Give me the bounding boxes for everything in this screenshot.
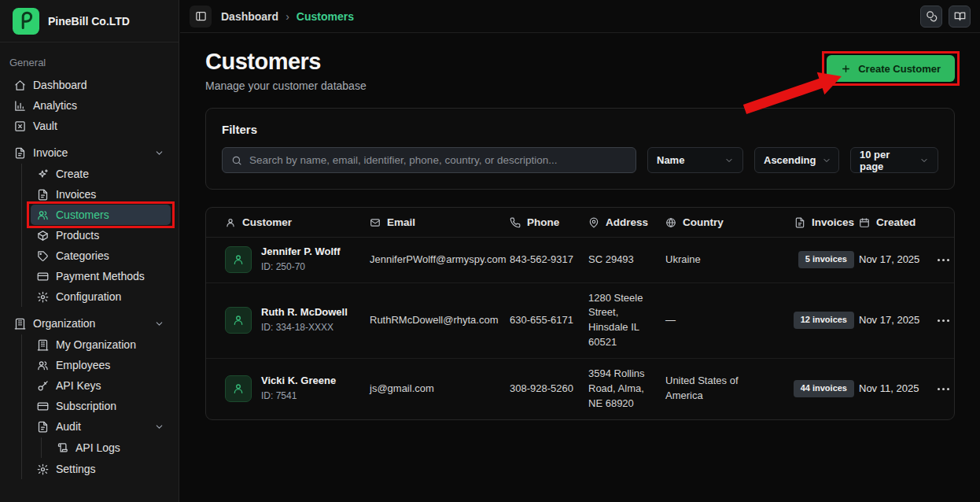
table-row[interactable]: Jennifer P. Wolff ID: 250-70 JenniferPWo… [206,238,954,283]
key-icon [37,380,49,392]
brand-name: PineBill Co.LTD [48,15,130,28]
avatar [225,375,252,402]
sidebar-group-label: Organization [33,317,95,330]
theme-button[interactable] [920,6,942,28]
invoices-cell: 5 invoices [785,251,857,268]
sidebar-item-api-logs[interactable]: API Logs [50,437,171,458]
filters-panel: Filters Name Ascending 10 per page [205,108,955,190]
file-icon [37,189,49,201]
brand[interactable]: PineBill Co.LTD [0,0,179,42]
row-actions-button[interactable] [936,315,951,327]
sidebar-group-audit[interactable]: Audit [31,416,171,437]
sidebar-item-subscription[interactable]: Subscription [31,396,171,416]
address-cell: 1280 Steele Street, Hinsdale IL 60521 [588,291,665,350]
chevron-down-icon [154,319,164,329]
sidebar-item-invoices[interactable]: Invoices [31,184,171,205]
row-actions-button[interactable] [936,254,951,266]
sidebar-item-label: Customers [56,209,109,221]
sidebar-item-label: Employees [56,359,110,371]
phone-icon [510,217,521,228]
sidebar-item-dashboard[interactable]: Dashboard [8,75,171,95]
invoices-cell: 12 invoices [785,312,857,329]
breadcrumb-separator: › [286,10,289,23]
building-icon [37,339,49,351]
column-label: Phone [527,216,559,228]
vault-icon [14,120,26,132]
docs-book-icon [954,10,966,22]
filters-title: Filters [222,123,938,136]
page-size-select[interactable]: 10 per page [850,147,938,173]
table-row[interactable]: Vicki K. Greene ID: 7541 js@gmail.com 30… [206,359,954,419]
column-label: Customer [242,216,292,228]
sidebar-item-employees[interactable]: Employees [31,355,171,375]
main-content: Customers Manage your customer database … [180,33,980,502]
file-icon [37,421,49,433]
invoices-badge: 12 invoices [794,312,854,329]
phone-cell: 630-655-6171 [510,313,588,328]
sidebar-item-settings[interactable]: Settings [31,459,171,479]
gear-icon [37,291,49,303]
address-cell: 3594 Rollins Road, Alma, NE 68920 [588,367,665,412]
page-header: Customers Manage your customer database … [205,49,955,92]
sidebar-group-invoice[interactable]: Invoice [8,142,171,163]
page-title: Customers [205,49,367,75]
sidebar-item-label: Payment Methods [56,270,145,282]
sidebar-item-my-organization[interactable]: My Organization [31,334,171,355]
file-icon [794,217,805,228]
sidebar-item-label: Analytics [33,99,77,112]
sort-direction-select[interactable]: Ascending [754,147,839,173]
tag-icon [37,250,49,262]
phone-cell: 843-562-9317 [510,253,588,268]
nav-section-label: General [9,57,169,68]
pinebill-logo-icon [13,8,39,35]
sidebar-item-create[interactable]: Create [31,164,171,184]
breadcrumb-dashboard[interactable]: Dashboard [221,10,278,23]
sidebar-item-vault[interactable]: Vault [8,116,171,136]
email-cell: RuthRMcDowell@rhyta.com [370,313,510,328]
customer-id: ID: 334-18-XXXX [261,321,348,334]
column-header-country: Country [665,216,785,228]
person-icon [232,382,245,395]
sidebar-item-products[interactable]: Products [31,225,171,245]
column-label: Email [387,216,415,228]
column-header-address: Address [588,216,665,228]
table-row[interactable]: Ruth R. McDowell ID: 334-18-XXXX RuthRMc… [206,283,954,359]
sort-field-select[interactable]: Name [647,147,743,173]
sidebar-item-payment-methods[interactable]: Payment Methods [31,266,171,286]
invoices-badge: 5 invoices [798,251,854,268]
sidebar-group-organization[interactable]: Organization [8,313,171,334]
users-icon [37,209,49,221]
customer-name: Vicki K. Greene [261,375,336,387]
calendar-icon [859,217,870,228]
sidebar-item-analytics[interactable]: Analytics [8,95,171,116]
customer-name: Ruth R. McDowell [261,306,348,319]
credit-card-icon [37,271,49,282]
customer-cell: Vicki K. Greene ID: 7541 [225,375,370,404]
sidebar-item-label: Vault [33,120,57,132]
sidebar-item-configuration[interactable]: Configuration [31,286,171,307]
column-header-invoices: Invoices [785,216,857,228]
chevron-down-icon [822,156,831,165]
email-cell: JenniferPWolff@armyspy.com [370,253,510,268]
sidebar-item-categories[interactable]: Categories [31,245,171,266]
country-cell: Ukraine [665,253,785,268]
topbar-actions [920,6,971,28]
sidebar-item-label: My Organization [56,338,136,351]
sidebar-toggle-button[interactable] [190,6,212,28]
sidebar-item-label: Invoices [56,188,96,201]
docs-button[interactable] [949,6,971,28]
credit-card-icon [37,400,49,412]
users-icon [37,360,49,371]
sidebar-toggle-icon [195,10,207,22]
created-cell: Nov 17, 2025 [857,253,936,268]
sidebar-item-label: Settings [56,463,96,475]
column-label: Invoices [812,216,854,228]
search-input[interactable] [249,154,627,166]
sidebar-item-api-keys[interactable]: API Keys [31,375,171,396]
sidebar-item-label: API Logs [76,441,120,454]
sidebar-item-customers[interactable]: Customers [31,205,171,225]
person-icon [232,314,245,327]
row-actions-button[interactable] [936,383,951,395]
avatar [225,246,252,273]
create-customer-button[interactable]: Create Customer [827,55,955,82]
